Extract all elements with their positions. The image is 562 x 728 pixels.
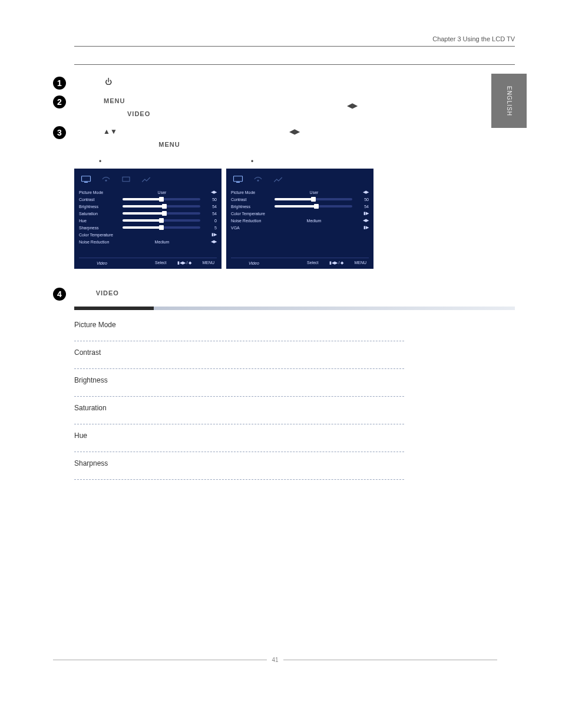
step-number-1: 1 [53,77,66,90]
spec-key: Sharpness [74,459,404,467]
spec-row: Hue [74,424,404,452]
osd-item-indicator: ▮▶ [204,232,217,237]
osd-item-label: VGA [231,226,272,230]
osd-right-footer: Video Select ▮◀▶ / ◆ MENU [231,258,369,269]
osd-menu-label: MENU [354,261,366,265]
osd-left-tabs [79,172,217,189]
osd-item: Contrast50 [79,196,217,203]
osd-item-indicator: ◀▶ [356,190,369,195]
osd-item-label: Picture Mode [231,190,272,195]
step-2-text: MENU VIDEO ◀▶ [78,94,359,120]
menu-label: MENU [101,97,127,104]
osd-select-label: Select [155,261,166,265]
setup-tab-icon [272,174,284,184]
osd-item-value: 54 [203,212,217,216]
step-1-text: ⏻ [78,75,114,88]
svg-point-6 [257,180,259,182]
osd-item-indicator: ▮▶ [356,225,369,230]
language-tab: ENGLISH [491,74,527,128]
page-number: 41 [267,657,283,663]
osd-item: Saturation54 [79,210,217,217]
svg-rect-1 [84,182,88,183]
spec-row: Contrast [74,341,404,369]
osd-item-value: 0 [203,219,217,223]
audio-tab-icon [100,174,112,184]
osd-item-label: Hue [79,219,120,223]
osd-select-label: Select [307,261,318,265]
spec-key: Hue [74,431,404,440]
osd-nav-icon: ▮◀▶ / ◆ [177,261,192,265]
setup-tab-icon [140,174,152,184]
osd-left-title: Video [79,261,155,265]
step-3: 3 ▲▼ ◀▶ MENU [53,125,515,151]
osd-left: Picture ModeUser◀▶Contrast50Brightness54… [74,169,222,269]
step-number-4: 4 [53,288,66,301]
video-label: VIDEO [125,110,153,117]
left-right-icon: ◀▶ [345,101,359,110]
svg-point-2 [105,180,107,182]
osd-item-value: Medium [120,240,204,244]
power-icon: ⏻ [103,78,114,86]
bullet-left: • [99,157,101,166]
osd-item-indicator: ◀▶ [356,218,369,223]
spec-row: Picture Mode [74,314,404,341]
osd-right-tabs [231,172,369,189]
osd-item-label: Noise Reduction [79,240,120,244]
osd-slider [120,212,203,215]
bullet-right: • [251,157,253,166]
page-footer: 41 [53,657,497,663]
chapter-header: Chapter 3 Using the LCD TV [74,35,515,47]
osd-slider [120,205,203,207]
left-right-icon: ◀▶ [287,127,302,136]
osd-item: Color Temperature▮▶ [231,210,369,217]
osd-item-label: Contrast [231,197,272,202]
spec-key: Saturation [74,404,404,412]
step-number-2: 2 [53,95,66,108]
spec-key: Picture Mode [74,321,404,329]
osd-slider [272,205,355,207]
osd-item-value: 50 [355,197,369,202]
spec-table: Picture ModeContrastBrightnessSaturation… [74,314,404,480]
osd-right: Picture ModeUser◀▶Contrast50Brightness54… [226,169,373,269]
osd-item: Noise ReductionMedium◀▶ [79,238,217,245]
osd-item-value: 54 [203,205,217,209]
osd-item-value: User [272,190,356,195]
up-down-icon: ▲▼ [101,127,119,136]
osd-slider [120,198,203,200]
gradient-bar [74,307,515,310]
osd-left-body: Picture ModeUser◀▶Contrast50Brightness54… [79,189,217,258]
osd-left-footer: Video Select ▮◀▶ / ◆ MENU [79,258,217,269]
section-rule [74,64,515,65]
osd-item-indicator: ▮▶ [356,211,369,216]
osd-item-indicator: ◀▶ [204,190,217,195]
osd-item: Picture ModeUser◀▶ [231,189,369,196]
video-label: VIDEO [94,289,121,297]
osd-item-label: Color Temperature [231,212,272,216]
step-number-3: 3 [53,126,66,139]
osd-item: Sharpness5 [79,224,217,231]
osd-item: Contrast50 [231,196,369,203]
osd-item: Noise ReductionMedium◀▶ [231,217,369,224]
osd-item-label: Saturation [79,212,120,216]
osd-slider [120,219,203,222]
step-4-text: VIDEO [78,286,121,299]
osd-item: Hue0 [79,217,217,224]
svg-rect-0 [82,176,91,182]
osd-item: Color Temperature▮▶ [79,231,217,238]
osd-item-value: User [120,190,204,195]
osd-item-label: Noise Reduction [231,219,272,223]
svg-rect-3 [123,177,130,182]
osd-item: Brightness54 [79,203,217,210]
osd-item-label: Color Temperature [79,233,120,237]
video-tab-icon [232,174,244,184]
osd-item: Picture ModeUser◀▶ [79,189,217,196]
osd-item: VGA▮▶ [231,224,369,231]
step-3-text: ▲▼ ◀▶ MENU [78,125,302,151]
osd-item-value: 50 [203,197,217,202]
footer-rule-left [53,660,267,660]
osd-menu-label: MENU [202,261,214,265]
osd-screenshots: Picture ModeUser◀▶Contrast50Brightness54… [74,169,515,269]
language-label: ENGLISH [506,86,513,116]
osd-right-body: Picture ModeUser◀▶Contrast50Brightness54… [231,189,369,258]
osd-item-label: Sharpness [79,226,120,230]
